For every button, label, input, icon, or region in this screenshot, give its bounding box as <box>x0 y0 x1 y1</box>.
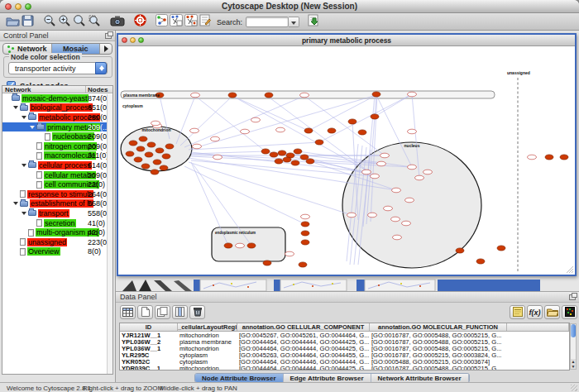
zoom-in-button[interactable] <box>58 15 71 30</box>
network-node[interactable] <box>129 141 137 146</box>
network-node[interactable] <box>247 243 256 248</box>
network-view-window[interactable]: primary metabolic process plasma membran… <box>117 33 577 276</box>
layout-button-1[interactable] <box>170 15 183 30</box>
network-node[interactable] <box>126 151 134 156</box>
network-node[interactable] <box>278 151 286 155</box>
save-session-button[interactable] <box>22 15 34 30</box>
network-node[interactable] <box>162 154 170 159</box>
tab-overflow-button[interactable] <box>100 44 112 54</box>
network-node-outline[interactable] <box>191 93 200 98</box>
tree-row[interactable]: metabolic process280(0) <box>2 112 112 122</box>
network-node[interactable] <box>165 144 174 149</box>
tree-row[interactable]: establishment of lo558(0) <box>2 199 112 209</box>
network-node-outline[interactable] <box>347 213 356 218</box>
network-node-outline[interactable] <box>380 153 390 158</box>
network-node[interactable] <box>372 92 380 97</box>
column-header[interactable]: annotation.GO CELLULAR_COMPONENT <box>237 323 370 331</box>
tree-row[interactable]: nitrogen compo209(0) <box>2 141 112 151</box>
network-node[interactable] <box>228 93 237 98</box>
network-edge[interactable] <box>195 96 266 151</box>
network-node-outline[interactable] <box>211 136 220 141</box>
select-attributes-button[interactable] <box>120 305 136 319</box>
network-node[interactable] <box>371 114 379 119</box>
label-button[interactable] <box>510 305 525 319</box>
network-edge[interactable] <box>191 151 266 154</box>
network-node-outline[interactable] <box>300 93 309 98</box>
snapshot-button[interactable] <box>110 15 125 30</box>
network-node[interactable] <box>328 128 336 133</box>
network-edge[interactable] <box>309 95 376 131</box>
network-node-outline[interactable] <box>151 121 160 126</box>
column-header[interactable]: _cellularLayoutRegion <box>178 323 237 331</box>
tree-row[interactable]: multi-organism pro42(0) <box>2 227 112 237</box>
tab-node-attribute-browser[interactable]: Node Attribute Browser <box>195 374 284 382</box>
tree-row[interactable]: response to stimulu264(0) <box>2 189 112 199</box>
annotation-button[interactable] <box>199 15 211 30</box>
tree-row[interactable]: macromolecule311(0) <box>2 151 112 161</box>
network-node[interactable] <box>299 262 307 267</box>
network-node[interactable] <box>160 165 168 170</box>
network-node[interactable] <box>156 148 164 153</box>
network-node-outline[interactable] <box>276 127 285 132</box>
network-node-outline[interactable] <box>405 198 414 203</box>
network-node[interactable] <box>456 248 464 253</box>
layout-button-2[interactable] <box>184 15 198 30</box>
column-header[interactable]: annotation.GO MOLECULAR_FUNCTION <box>370 323 507 331</box>
network-node-outline[interactable] <box>190 128 199 133</box>
tree-row[interactable]: cellular metabo209(0) <box>2 170 112 180</box>
network-canvas[interactable]: plasma membranecytoplasmmitochondrionnuc… <box>118 46 575 275</box>
network-node[interactable] <box>283 157 291 162</box>
network-node[interactable] <box>291 160 299 165</box>
table-scrollbar-arrows[interactable]: ▲▼ <box>571 359 576 369</box>
tree-row[interactable]: transport558(0) <box>2 208 112 218</box>
copy-attribute-button[interactable] <box>155 305 170 319</box>
network-node[interactable] <box>306 159 314 164</box>
network-node[interactable] <box>560 155 568 160</box>
network-edge[interactable] <box>184 166 305 224</box>
network-node-outline[interactable] <box>285 251 294 256</box>
import-attributes-button[interactable] <box>544 305 560 319</box>
network-edge[interactable] <box>319 94 412 142</box>
formula-button[interactable]: f(x) <box>527 305 543 319</box>
network-node-outline[interactable] <box>213 155 223 160</box>
zoom-out-button[interactable] <box>43 15 56 30</box>
network-node[interactable] <box>275 159 283 164</box>
network-node-outline[interactable] <box>377 161 386 166</box>
network-node[interactable] <box>545 155 553 160</box>
network-node-outline[interactable] <box>423 170 433 174</box>
window-titlebar[interactable]: Cytoscape Desktop (New Session) <box>0 0 579 13</box>
matrix-button[interactable] <box>562 305 577 319</box>
tree-row[interactable]: Overview8(0) <box>2 247 112 257</box>
network-node[interactable] <box>294 149 302 154</box>
network-node-outline[interactable] <box>371 174 380 179</box>
network-node[interactable] <box>261 149 270 154</box>
tree-row[interactable]: primary metabo209(... <box>2 122 112 132</box>
network-node[interactable] <box>145 152 153 157</box>
open-session-button[interactable] <box>6 15 20 30</box>
tree-scrollbar[interactable] <box>107 94 112 374</box>
network-node-outline[interactable] <box>236 243 245 248</box>
zoom-selected-button[interactable] <box>88 15 101 30</box>
network-node[interactable] <box>263 261 271 265</box>
tree-row[interactable]: nucleobase-209(0) <box>2 131 112 141</box>
vizmapper-button[interactable] <box>156 15 168 30</box>
network-node[interactable] <box>300 155 309 160</box>
network-node-outline[interactable] <box>241 129 250 134</box>
network-node[interactable] <box>358 130 366 135</box>
network-edge[interactable] <box>232 96 309 131</box>
float-panel-icon[interactable] <box>105 33 112 39</box>
network-node[interactable] <box>139 136 147 141</box>
table-scrollbar[interactable]: ▲▼ <box>570 323 577 370</box>
network-node[interactable] <box>265 93 273 98</box>
node-color-dropdown[interactable]: transporter activity <box>8 62 108 74</box>
search-dropdown-button[interactable] <box>289 17 299 27</box>
new-attribute-button[interactable] <box>137 305 153 319</box>
search-input[interactable] <box>246 17 289 27</box>
network-node[interactable] <box>134 157 142 162</box>
resize-grip[interactable] <box>571 385 577 391</box>
network-node-outline[interactable] <box>368 213 377 218</box>
tree-row[interactable]: secretion41(0) <box>2 218 112 228</box>
network-node-outline[interactable] <box>402 221 411 226</box>
network-node-outline[interactable] <box>391 217 400 222</box>
network-node[interactable] <box>304 128 313 133</box>
